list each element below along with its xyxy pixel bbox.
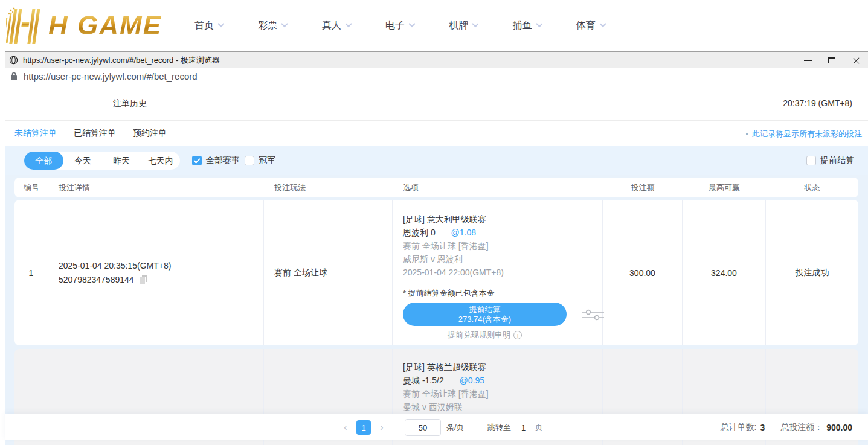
col-header-no: 编号	[14, 182, 48, 193]
nav-item-fishing[interactable]: 捕鱼	[513, 19, 542, 32]
nav-label: 捕鱼	[513, 19, 532, 32]
server-clock: 20:37:19 (GMT+8)	[783, 98, 852, 108]
lock-icon	[10, 72, 18, 81]
note-text: 此记录将显示所有未派彩的投注	[752, 129, 862, 139]
cashout-button[interactable]: 提前结算 273.74(含本金)	[403, 303, 567, 326]
cell-option: [足球] 意大利甲级联赛 恩波利 0 @1.08 赛前 全场让球 [香港盘] 威…	[393, 200, 603, 345]
jump-page-input[interactable]	[515, 420, 533, 435]
checkbox-label: 冠军	[259, 155, 275, 166]
page-header: 注单历史 20:37:19 (GMT+8)	[5, 85, 868, 121]
page-unit-label: 页	[535, 422, 543, 433]
bet-table: 编号 投注详情 投注玩法 选项 投注额 最高可赢 状态 1 2025-01-04…	[5, 175, 868, 445]
range-7days-button[interactable]: 七天内	[141, 152, 181, 170]
col-header-status: 状态	[766, 182, 858, 193]
nav-label: 体育	[576, 19, 596, 32]
nav-label: 彩票	[258, 19, 277, 32]
tabs: 未结算注单 已结算注单 预约注单	[14, 121, 167, 146]
browser-titlebar[interactable]: https://user-pc-new.jylywl.com/#/bet_rec…	[5, 51, 868, 68]
odds-value: @1.08	[451, 228, 476, 237]
cell-amount: 300.00	[603, 200, 683, 345]
tabs-row: 未结算注单 已结算注单 预约注单 此记录将显示所有未派彩的投注	[5, 121, 868, 146]
nav-item-home[interactable]: 首页	[194, 19, 223, 32]
minimize-icon	[804, 60, 812, 61]
url-text: https://user-pc-new.jylywl.com/#/bet_rec…	[24, 71, 198, 82]
table-row: 1 2025-01-04 20:35:15(GMT+8) 52079823475…	[14, 200, 858, 345]
chevron-down-icon	[472, 20, 479, 27]
table-header-row: 编号 投注详情 投注玩法 选项 投注额 最高可赢 状态	[14, 178, 858, 197]
cashout-button-amount: 273.74(含本金)	[458, 315, 511, 324]
match-teams: 曼城 v 西汉姆联	[403, 400, 463, 414]
pager: ‹ 1 › 条/页 跳转至 页	[338, 414, 543, 441]
nav-item-live[interactable]: 真人	[322, 19, 351, 32]
copy-icon[interactable]	[139, 275, 147, 284]
tab-unsettled[interactable]: 未结算注单	[14, 128, 57, 139]
checkbox-checked-icon	[192, 156, 202, 165]
match-teams: 威尼斯 v 恩波利	[403, 252, 463, 266]
range-yesterday-button[interactable]: 昨天	[102, 152, 141, 170]
bet-id: 5207982347589144	[59, 273, 134, 287]
current-page-button[interactable]: 1	[356, 420, 371, 435]
cashout-button-title: 提前结算	[469, 305, 501, 315]
browser-urlbar[interactable]: https://user-pc-new.jylywl.com/#/bet_rec…	[5, 68, 868, 85]
col-header-detail: 投注详情	[48, 182, 264, 193]
nav-item-lottery[interactable]: 彩票	[258, 19, 287, 32]
cell-detail: 2025-01-04 20:35:15(GMT+8) 5207982347589…	[48, 200, 264, 345]
total-count-label: 总计单数:	[720, 422, 756, 433]
all-events-checkbox[interactable]: 全部赛事	[192, 155, 240, 166]
chevron-down-icon	[536, 20, 542, 27]
background-page-edge	[0, 51, 5, 445]
window-controls	[796, 52, 868, 69]
cashout-note: * 提前结算金额已包含本金	[403, 287, 495, 300]
checkbox-unchecked-icon	[245, 156, 254, 165]
col-header-maxwin: 最高可赢	[683, 182, 766, 193]
nav-item-cards[interactable]: 棋牌	[449, 19, 478, 32]
cashout-rules-link[interactable]: 提前兑现规则申明 i	[403, 330, 567, 341]
nav-label: 首页	[194, 19, 214, 32]
nav-item-slots[interactable]: 电子	[385, 19, 414, 32]
range-today-button[interactable]: 今天	[63, 152, 103, 170]
tab-settled[interactable]: 已结算注单	[74, 128, 116, 139]
logo[interactable]: H GAME	[6, 5, 162, 46]
info-icon[interactable]: i	[513, 331, 522, 339]
close-button[interactable]	[844, 52, 868, 69]
page-title: 注单历史	[113, 98, 147, 109]
checkbox-label: 提前结算	[820, 155, 854, 166]
chevron-down-icon	[408, 20, 415, 27]
filter-bar: 全部 今天 昨天 七天内 全部赛事 冠军 提前结算	[5, 146, 868, 175]
nav-item-sports[interactable]: 体育	[576, 19, 605, 32]
logo-text: H GAME	[48, 10, 162, 40]
row-number: 1	[29, 268, 34, 278]
status-badge: 投注成功	[796, 267, 829, 278]
site-header: H GAME 首页 彩票 真人 电子 棋牌 捕鱼 体育	[0, 0, 868, 51]
selection: 曼城 -1.5/2	[403, 376, 444, 385]
tab-reserved[interactable]: 预约注单	[133, 128, 167, 139]
page-size-input[interactable]	[405, 419, 441, 436]
market-type: 赛前 全场让球 [香港盘]	[403, 387, 489, 400]
rules-label: 提前兑现规则申明	[448, 330, 510, 341]
maximize-button[interactable]	[820, 52, 844, 69]
nav-label: 真人	[322, 19, 341, 32]
cell-maxwin: 324.00	[683, 200, 766, 345]
range-all-button[interactable]: 全部	[24, 152, 63, 170]
col-header-option: 选项	[393, 182, 603, 193]
sliders-icon[interactable]	[581, 307, 605, 322]
date-range-group: 全部 今天 昨天 七天内	[24, 152, 180, 170]
odds-value: @0.95	[460, 376, 484, 385]
window-title: https://user-pc-new.jylywl.com/#/bet_rec…	[23, 55, 220, 66]
early-settle-checkbox[interactable]: 提前结算	[806, 155, 854, 166]
match-time: 2025-01-04 22:00(GMT+8)	[403, 266, 504, 279]
next-page-button[interactable]: ›	[375, 422, 389, 433]
prev-page-button[interactable]: ‹	[338, 422, 353, 433]
chevron-down-icon	[599, 20, 606, 27]
jump-label: 跳转至	[487, 422, 511, 433]
champion-checkbox[interactable]: 冠军	[245, 155, 275, 166]
chevron-down-icon	[217, 20, 224, 27]
bet-record-page: 注单历史 20:37:19 (GMT+8) 未结算注单 已结算注单 预约注单 此…	[5, 85, 868, 445]
col-header-play: 投注玩法	[264, 182, 393, 193]
bullet-icon	[746, 133, 748, 135]
minimize-button[interactable]	[796, 52, 820, 69]
market-type: 赛前 全场让球 [香港盘]	[403, 239, 489, 252]
logo-mark-icon	[6, 7, 46, 44]
bet-time: 2025-01-04 20:35:15(GMT+8)	[59, 259, 171, 273]
league-name: [足球] 英格兰超级联赛	[403, 360, 486, 374]
